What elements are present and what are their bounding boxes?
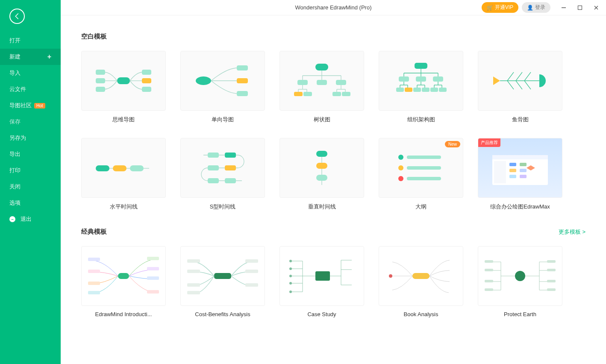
template-label: Book Analysis: [404, 311, 438, 317]
template-card-s-timeline[interactable]: S型时间线: [180, 138, 265, 211]
template-label: 鱼骨图: [512, 116, 529, 123]
sidebar-item-print[interactable]: 打印: [0, 162, 61, 179]
svg-rect-110: [147, 276, 159, 280]
recommend-badge: 产品推荐: [478, 138, 500, 147]
svg-rect-107: [88, 291, 100, 294]
window-minimize-button[interactable]: [558, 2, 569, 13]
template-card-outline[interactable]: New 大纲: [379, 138, 463, 211]
template-label: S型时间线: [210, 203, 236, 211]
svg-rect-118: [245, 270, 258, 273]
template-card-fishbone[interactable]: 鱼骨图: [478, 51, 562, 123]
sidebar-item-label: 保存: [9, 118, 21, 126]
sidebar-item-exit[interactable]: – 退出: [0, 211, 61, 227]
svg-rect-126: [412, 273, 429, 279]
login-button[interactable]: 👤 登录: [522, 2, 550, 13]
templates-content[interactable]: 空白模板 思维导图: [61, 15, 606, 364]
arrow-left-icon: [13, 12, 21, 20]
window-close-button[interactable]: [591, 2, 602, 13]
template-thumbnail: [379, 51, 463, 111]
svg-rect-119: [245, 283, 258, 287]
classic-template-card[interactable]: Case Study: [279, 246, 364, 317]
cart-icon: 🛒: [487, 5, 493, 11]
sidebar-item-export[interactable]: 导出: [0, 146, 61, 162]
svg-rect-133: [547, 260, 556, 263]
svg-rect-112: [214, 273, 231, 279]
new-badge: New: [445, 141, 460, 147]
svg-rect-136: [547, 288, 556, 291]
svg-rect-72: [113, 165, 126, 171]
template-thumbnail: [279, 246, 364, 306]
template-card-mindmap[interactable]: 思维导图: [81, 51, 166, 123]
svg-rect-97: [520, 163, 527, 166]
template-card-tree-map[interactable]: 树状图: [279, 51, 364, 123]
sidebar-item-saveas[interactable]: 另存为: [0, 130, 61, 146]
svg-rect-29: [303, 92, 312, 96]
sidebar-item-label: 云文件: [9, 85, 26, 93]
svg-rect-36: [415, 63, 427, 69]
svg-point-124: [289, 282, 292, 285]
template-card-edrawmax[interactable]: 产品推荐 综合办公绘图EdrawMax: [478, 138, 562, 211]
sidebar-item-community[interactable]: 导图社区 Hot: [0, 97, 61, 114]
svg-rect-34: [332, 92, 341, 96]
svg-line-66: [516, 72, 522, 81]
svg-rect-6: [96, 78, 105, 83]
svg-rect-13: [237, 78, 248, 83]
svg-rect-50: [405, 88, 412, 92]
svg-rect-71: [96, 165, 109, 171]
more-templates-link[interactable]: 更多模板 >: [559, 228, 585, 236]
classic-template-card[interactable]: Cost-Benefits Analysis: [180, 246, 265, 317]
svg-rect-111: [147, 290, 159, 294]
sidebar-item-options[interactable]: 选项: [0, 195, 61, 211]
template-thumbnail: [478, 51, 562, 111]
svg-rect-1: [578, 6, 582, 9]
sidebar-item-close[interactable]: 关闭: [0, 179, 61, 195]
svg-rect-22: [317, 80, 327, 85]
template-label: 组织架构图: [407, 116, 435, 123]
template-thumbnail: 产品推荐: [478, 138, 562, 198]
svg-point-121: [289, 260, 292, 262]
svg-rect-130: [485, 269, 493, 271]
svg-rect-96: [509, 163, 516, 166]
svg-rect-88: [407, 156, 441, 159]
sidebar-item-cloud[interactable]: 云文件: [0, 81, 61, 97]
classic-templates-grid: EdrawMind Introducti...: [81, 246, 585, 317]
open-vip-button[interactable]: 🛒 开通VIP: [482, 2, 518, 13]
template-label: Case Study: [307, 311, 336, 317]
svg-rect-55: [413, 88, 421, 92]
svg-rect-78: [225, 153, 236, 158]
template-card-right-map[interactable]: 单向导图: [180, 51, 265, 123]
template-card-org-chart[interactable]: 组织架构图: [379, 51, 463, 123]
svg-line-67: [524, 72, 531, 81]
template-thumbnail: [379, 246, 463, 306]
svg-point-122: [289, 267, 292, 270]
svg-rect-135: [547, 280, 556, 282]
classic-template-card[interactable]: Protect Earth: [478, 246, 562, 317]
minimize-icon: [561, 5, 566, 10]
svg-line-69: [516, 81, 522, 89]
svg-rect-73: [130, 165, 144, 171]
sidebar: 打开 新建 + 导入 云文件 导图社区 Hot 保存 另存为 导出 打印 关闭 …: [0, 0, 61, 364]
template-thumbnail: [180, 138, 265, 198]
template-thumbnail: [180, 51, 265, 111]
classic-template-card[interactable]: Book Analysis: [379, 246, 463, 317]
svg-rect-98: [509, 169, 516, 172]
svg-point-125: [289, 291, 292, 293]
template-thumbnail: [279, 51, 364, 111]
svg-rect-104: [88, 258, 100, 261]
classic-template-card[interactable]: EdrawMind Introducti...: [81, 246, 166, 317]
svg-rect-84: [316, 151, 327, 157]
back-button[interactable]: [9, 9, 25, 24]
template-card-vertical-timeline[interactable]: 垂直时间线: [279, 138, 364, 211]
sidebar-item-new[interactable]: 新建 +: [0, 49, 61, 65]
blank-templates-grid: 思维导图 单向导图: [81, 51, 585, 211]
svg-rect-43: [416, 76, 426, 82]
template-thumbnail: [81, 246, 166, 306]
sidebar-item-import[interactable]: 导入: [0, 65, 61, 81]
window-maximize-button[interactable]: [574, 2, 585, 13]
svg-point-127: [389, 274, 392, 278]
template-card-horizontal-timeline[interactable]: 水平时间线: [81, 138, 166, 211]
svg-rect-105: [88, 270, 100, 273]
sidebar-item-label: 导出: [9, 150, 21, 158]
sidebar-item-open[interactable]: 打开: [0, 32, 61, 49]
svg-line-70: [524, 81, 531, 89]
